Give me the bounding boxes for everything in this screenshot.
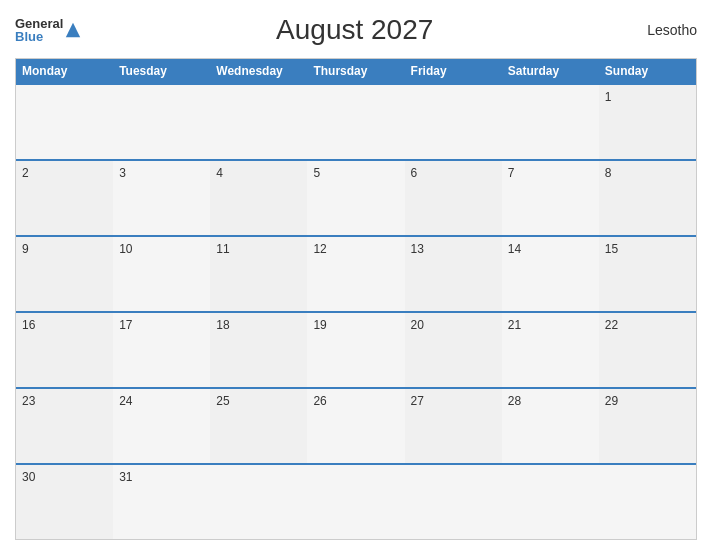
logo-icon: [64, 21, 82, 39]
day-30: 30: [16, 465, 113, 539]
header: General Blue August 2027 Lesotho: [15, 10, 697, 50]
day-number: 16: [22, 318, 35, 332]
day-21: 21: [502, 313, 599, 387]
header-cell-friday: Friday: [405, 59, 502, 83]
day-25: 25: [210, 389, 307, 463]
day-number: 7: [508, 166, 515, 180]
day-number: 13: [411, 242, 424, 256]
day-18: 18: [210, 313, 307, 387]
empty-cell: [210, 465, 307, 539]
week-row-1: 2345678: [16, 159, 696, 235]
day-number: 14: [508, 242, 521, 256]
empty-cell: [405, 85, 502, 159]
day-31: 31: [113, 465, 210, 539]
country-label: Lesotho: [627, 22, 697, 38]
empty-cell: [210, 85, 307, 159]
day-23: 23: [16, 389, 113, 463]
day-number: 28: [508, 394, 521, 408]
day-number: 24: [119, 394, 132, 408]
empty-cell: [502, 465, 599, 539]
empty-cell: [307, 85, 404, 159]
day-number: 29: [605, 394, 618, 408]
day-11: 11: [210, 237, 307, 311]
day-number: 15: [605, 242, 618, 256]
day-2: 2: [16, 161, 113, 235]
day-26: 26: [307, 389, 404, 463]
day-number: 4: [216, 166, 223, 180]
day-number: 23: [22, 394, 35, 408]
header-cell-monday: Monday: [16, 59, 113, 83]
day-number: 18: [216, 318, 229, 332]
svg-marker-0: [66, 23, 80, 37]
day-20: 20: [405, 313, 502, 387]
day-27: 27: [405, 389, 502, 463]
header-cell-sunday: Sunday: [599, 59, 696, 83]
day-4: 4: [210, 161, 307, 235]
header-cell-saturday: Saturday: [502, 59, 599, 83]
day-number: 2: [22, 166, 29, 180]
empty-cell: [307, 465, 404, 539]
day-number: 17: [119, 318, 132, 332]
day-number: 1: [605, 90, 612, 104]
day-6: 6: [405, 161, 502, 235]
day-number: 31: [119, 470, 132, 484]
day-5: 5: [307, 161, 404, 235]
day-number: 19: [313, 318, 326, 332]
day-28: 28: [502, 389, 599, 463]
week-row-2: 9101112131415: [16, 235, 696, 311]
day-number: 12: [313, 242, 326, 256]
logo-blue: Blue: [15, 30, 63, 43]
day-16: 16: [16, 313, 113, 387]
day-19: 19: [307, 313, 404, 387]
week-row-4: 23242526272829: [16, 387, 696, 463]
empty-cell: [16, 85, 113, 159]
empty-cell: [502, 85, 599, 159]
day-number: 8: [605, 166, 612, 180]
header-cell-tuesday: Tuesday: [113, 59, 210, 83]
calendar-body: 1234567891011121314151617181920212223242…: [16, 83, 696, 539]
calendar-page: General Blue August 2027 Lesotho MondayT…: [0, 0, 712, 550]
empty-cell: [405, 465, 502, 539]
day-number: 22: [605, 318, 618, 332]
day-number: 6: [411, 166, 418, 180]
day-number: 20: [411, 318, 424, 332]
header-cell-wednesday: Wednesday: [210, 59, 307, 83]
day-8: 8: [599, 161, 696, 235]
day-number: 11: [216, 242, 229, 256]
day-number: 3: [119, 166, 126, 180]
empty-cell: [113, 85, 210, 159]
day-number: 10: [119, 242, 132, 256]
logo: General Blue: [15, 17, 82, 43]
day-number: 25: [216, 394, 229, 408]
day-15: 15: [599, 237, 696, 311]
week-row-3: 16171819202122: [16, 311, 696, 387]
header-cell-thursday: Thursday: [307, 59, 404, 83]
day-10: 10: [113, 237, 210, 311]
day-13: 13: [405, 237, 502, 311]
day-17: 17: [113, 313, 210, 387]
calendar-header: MondayTuesdayWednesdayThursdayFridaySatu…: [16, 59, 696, 83]
day-9: 9: [16, 237, 113, 311]
day-14: 14: [502, 237, 599, 311]
day-number: 5: [313, 166, 320, 180]
day-number: 26: [313, 394, 326, 408]
day-12: 12: [307, 237, 404, 311]
day-number: 9: [22, 242, 29, 256]
day-3: 3: [113, 161, 210, 235]
day-1: 1: [599, 85, 696, 159]
day-22: 22: [599, 313, 696, 387]
day-24: 24: [113, 389, 210, 463]
day-29: 29: [599, 389, 696, 463]
calendar: MondayTuesdayWednesdayThursdayFridaySatu…: [15, 58, 697, 540]
day-number: 27: [411, 394, 424, 408]
day-number: 21: [508, 318, 521, 332]
day-7: 7: [502, 161, 599, 235]
week-row-5: 3031: [16, 463, 696, 539]
empty-cell: [599, 465, 696, 539]
month-title: August 2027: [82, 14, 627, 46]
week-row-0: 1: [16, 83, 696, 159]
day-number: 30: [22, 470, 35, 484]
